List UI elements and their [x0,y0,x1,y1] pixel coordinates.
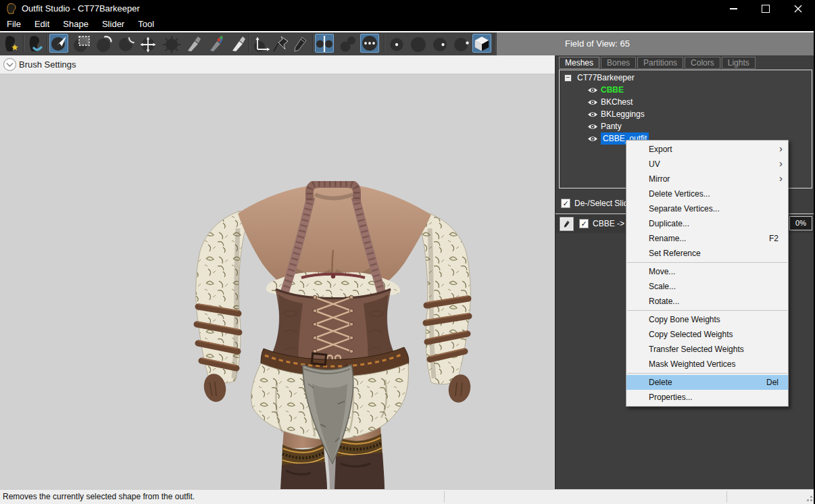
menu-item-separate-vertices[interactable]: Separate Vertices... [626,201,788,216]
tab-lights[interactable]: Lights [722,57,756,69]
x-mirror-toggle[interactable] [315,34,334,53]
tab-meshes[interactable]: Meshes [559,57,599,69]
tab-colors[interactable]: Colors [685,57,720,69]
toolbar-separator [47,34,48,52]
toolbar-separator [312,34,314,52]
menu-tool[interactable]: Tool [131,18,161,31]
select-sliders-checkbox[interactable]: ✓ [561,199,570,208]
menu-separator [627,262,787,263]
inflate-brush-button[interactable] [94,34,113,53]
perspective-toggle[interactable] [472,34,491,53]
color-brush-button[interactable] [206,34,225,53]
edit-slider-button[interactable] [560,217,574,231]
menu-item-uv[interactable]: UV › [626,157,788,172]
inflate-brush-icon [95,34,114,53]
smooth-brush-icon [162,34,181,53]
weight-brush-icon [184,34,203,53]
eye-icon[interactable] [587,111,598,118]
status-bar: Removes the currently selected shape fro… [0,489,815,504]
brush-focus-center-icon [387,34,406,53]
submenu-arrow-icon: › [779,141,783,156]
toolbar-separator [23,34,24,52]
menu-separator [627,310,787,311]
menu-item-transfer-selected-weights[interactable]: Transfer Selected Weights [626,342,788,357]
menu-file[interactable]: File [0,18,28,31]
menu-edit[interactable]: Edit [28,18,56,31]
status-message: Removes the currently selected shape fro… [3,490,195,504]
smooth-brush-button[interactable] [162,34,180,53]
eye-icon[interactable] [587,123,598,130]
viewport-canvas[interactable] [0,74,555,489]
menu-item-rotate[interactable]: Rotate... [626,294,788,309]
menu-item-properties[interactable]: Properties... [626,390,788,405]
select-tool-button[interactable] [49,34,68,53]
color-brush-icon [207,34,226,53]
move-brush-button[interactable] [139,34,157,53]
menu-item-delete[interactable]: Delete Del [626,375,788,390]
brush-focus-edge-icon [452,34,471,53]
global-brush-toggle[interactable] [360,34,379,53]
maximize-button[interactable] [750,0,781,18]
tree-item-bkleggings[interactable]: BKLeggings [560,108,812,120]
alpha-brush-button[interactable] [228,34,247,53]
global-brush-icon [361,34,378,52]
mask-brush-button[interactable] [72,34,91,53]
menu-item-rename[interactable]: Rename... F2 [626,231,788,246]
brush-focus-mid-button[interactable] [430,34,449,53]
eye-icon[interactable] [587,135,598,143]
menu-item-mirror[interactable]: Mirror › [626,172,788,186]
pin-tool-button[interactable] [270,34,289,53]
brush-settings-header[interactable]: Brush Settings [0,55,555,74]
slider-weight-value[interactable]: 0% [789,216,812,230]
minimize-icon [730,8,737,9]
transform-tool-button[interactable] [251,34,270,53]
menu-item-copy-bone-weights[interactable]: Copy Bone Weights [626,312,788,327]
menu-slider[interactable]: Slider [95,18,131,31]
minimize-button[interactable] [718,0,749,18]
chevron-down-icon[interactable] [3,58,16,71]
menu-item-export[interactable]: Export › [626,142,788,157]
connected-only-toggle[interactable] [337,34,356,53]
brush-focus-edge-button[interactable] [451,34,470,53]
menu-shape[interactable]: Shape [56,18,95,31]
tab-partitions[interactable]: Partitions [637,57,683,69]
resize-grip[interactable] [810,499,812,501]
app-icon [5,3,18,15]
statusbar-divider [444,491,445,503]
perspective-cube-icon [473,34,491,52]
shape-label: BKChest [601,96,633,108]
tree-root-row[interactable]: − CT77Barkeeper [560,72,812,84]
load-project-button[interactable] [1,34,20,53]
shape-context-menu: Export › UV › Mirror › Delete Vertices..… [626,140,789,407]
menu-bar: File Edit Shape Slider Tool [0,18,815,32]
collapse-icon[interactable]: − [564,74,572,82]
move-brush-icon [139,34,158,53]
x-mirror-icon [316,34,333,52]
pencil-icon [562,220,571,228]
menu-item-copy-selected-weights[interactable]: Copy Selected Weights [626,327,788,342]
tree-item-cbbe[interactable]: CBBE [560,84,812,96]
menu-item-delete-vertices[interactable]: Delete Vertices... [626,186,788,201]
brush-focus-none-button[interactable] [408,34,427,53]
menu-item-move[interactable]: Move... [626,264,788,279]
menu-item-mask-weighted-vertices[interactable]: Mask Weighted Vertices [626,357,788,372]
brush-focus-center-button[interactable] [387,34,405,53]
shape-label: CBBE [601,84,624,96]
menu-separator [627,373,787,374]
toolbar: Field of View: 65 [0,32,815,55]
tab-bones[interactable]: Bones [601,57,636,69]
slider-checkbox[interactable]: ✓ [579,219,589,228]
deflate-brush-button[interactable] [116,34,135,53]
toolbar-separator [494,34,495,52]
pencil-tool-button[interactable] [290,34,309,53]
tree-item-panty[interactable]: Panty [560,120,812,132]
menu-item-duplicate[interactable]: Duplicate... [626,216,788,231]
menu-item-scale[interactable]: Scale... [626,279,788,294]
eye-icon[interactable] [587,86,598,94]
tree-item-bkchest[interactable]: BKChest [560,96,812,108]
weight-brush-button[interactable] [184,34,203,53]
eye-icon[interactable] [587,99,598,106]
menu-item-set-reference[interactable]: Set Reference [626,246,788,261]
close-button[interactable] [783,0,814,18]
load-reference-button[interactable] [26,34,45,53]
